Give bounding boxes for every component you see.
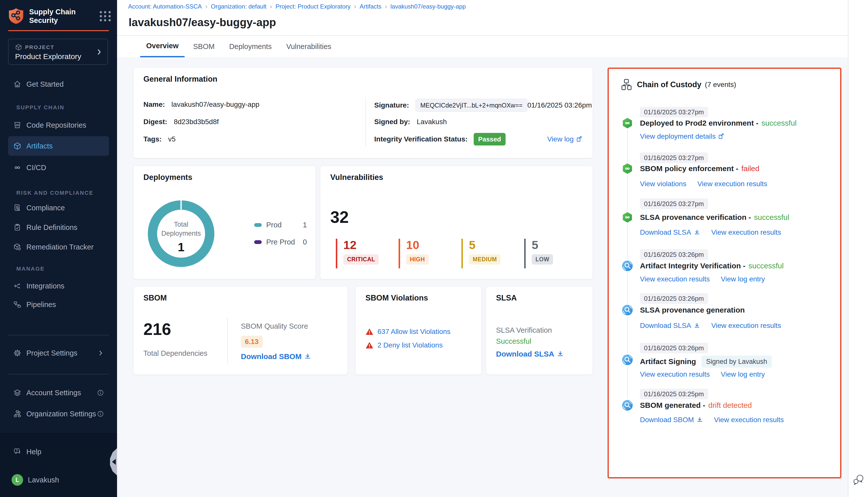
app-logo-shield-icon: [8, 8, 24, 24]
status-badge-passed: Passed: [474, 133, 506, 145]
tags-label: Tags:: [143, 135, 162, 143]
ssca-scan-icon: [622, 260, 633, 272]
sidebar-item-integrations[interactable]: Integrations: [8, 278, 109, 294]
view-deployment-details-link[interactable]: View deployment details: [640, 132, 725, 141]
artifact-digest: 8d23bd3b5d8f: [174, 117, 219, 126]
download-slsa-link[interactable]: Download SLSA: [640, 228, 700, 237]
event-timestamp: 01/16/2025 03:26pm: [640, 249, 708, 260]
view-execution-results-link[interactable]: View execution results: [697, 180, 767, 188]
view-log-entry-link[interactable]: View log entry: [721, 275, 765, 283]
event-title: SBOM generated - drift detected: [640, 401, 752, 410]
sidebar-item-help[interactable]: ? Help: [8, 444, 109, 460]
compliance-document-icon: [13, 204, 21, 212]
cd-hexagon-icon: [622, 163, 633, 174]
integrations-icon: [13, 282, 21, 290]
sidebar: Supply Chain Security PROJECT Product Ex…: [0, 0, 117, 497]
download-sbom-link[interactable]: Download SBOM: [241, 352, 311, 361]
sidebar-item-cicd[interactable]: CI/CD: [8, 159, 109, 176]
sidebar-item-compliance[interactable]: Compliance: [8, 200, 109, 216]
sidebar-item-rule-definitions[interactable]: Rule Definitions: [8, 219, 109, 236]
breadcrumb-separator: ›: [385, 3, 387, 10]
breadcrumb-artifacts[interactable]: Artifacts: [360, 3, 381, 10]
warning-triangle-icon: [365, 328, 374, 336]
signature-value-chip: MEQCICde2VjIT...bL+2+mqnOXw==: [416, 99, 527, 112]
pre-prod-swatch: [254, 240, 262, 244]
vulnerabilities-total: 32: [330, 208, 349, 227]
page-header: Account: Automation-SSCA › Organization:…: [117, 0, 848, 57]
signature-label: Signature:: [374, 101, 409, 110]
download-icon: [694, 229, 700, 236]
view-execution-results-link[interactable]: View execution results: [640, 275, 710, 283]
page-title: lavakush07/easy-buggy-app: [129, 16, 276, 29]
tab-sbom[interactable]: SBOM: [187, 36, 220, 57]
event-title: Artifact Integrity Verification - succes…: [640, 261, 784, 270]
download-icon: [696, 416, 703, 423]
view-execution-results-link[interactable]: View execution results: [711, 321, 781, 330]
sidebar-section-supply-chain: SUPPLY CHAIN: [16, 104, 64, 111]
sidebar-item-get-started[interactable]: Get Started: [8, 76, 109, 92]
chevron-right-icon: [98, 350, 104, 356]
signed-by-badge: Signed by Lavakush: [701, 356, 771, 368]
deny-list-violations-link[interactable]: 2 Deny list Violations: [377, 341, 443, 349]
breadcrumb-current[interactable]: lavakush07/easy-buggy-app: [390, 3, 466, 10]
event-timestamp: 01/16/2025 03:27pm: [640, 107, 708, 117]
name-label: Name:: [143, 100, 165, 109]
sbom-total-label: Total Dependencies: [143, 349, 207, 357]
view-execution-results-link[interactable]: View execution results: [640, 370, 710, 379]
sidebar-item-project-settings[interactable]: Project Settings: [8, 345, 109, 361]
view-violations-link[interactable]: View violations: [640, 180, 686, 188]
support-chat-icon[interactable]: [852, 474, 865, 486]
download-sbom-link[interactable]: Download SBOM: [640, 416, 703, 424]
download-icon: [694, 322, 700, 329]
view-execution-results-link[interactable]: View execution results: [711, 228, 781, 237]
download-slsa-link[interactable]: Download SLSA: [640, 321, 700, 330]
clipboard-check-icon: [13, 223, 21, 231]
chain-of-custody-panel: Chain of Custody (7 events) 01/16/2025 0…: [608, 68, 841, 479]
card-title: SLSA: [496, 294, 517, 302]
legend-item-pre-prod: Pre Prod 0: [254, 237, 307, 247]
right-rail: [848, 0, 868, 497]
card-divider: [365, 97, 366, 146]
timeline-connector: [627, 367, 628, 398]
user-menu[interactable]: L Lavakush: [8, 472, 109, 488]
project-name: Product Exploratory: [15, 52, 81, 61]
sbom-violations-card: SBOM Violations 637 Allow list Violation…: [356, 286, 481, 375]
sidebar-section-manage: MANAGE: [16, 266, 45, 272]
breadcrumb-separator: ›: [354, 3, 356, 10]
sidebar-item-pipelines[interactable]: Pipelines: [8, 297, 109, 313]
tab-deployments[interactable]: Deployments: [223, 36, 277, 57]
sidebar-item-remediation-tracker[interactable]: Remediation Tracker: [8, 239, 109, 255]
sidebar-footer: ? Help L Lavakush: [0, 433, 117, 497]
sidebar-item-artifacts[interactable]: Artifacts: [8, 136, 109, 156]
layers-gear-icon: [13, 389, 21, 397]
sidebar-section-risk-compliance: RISK AND COMPLIANCE: [16, 190, 93, 196]
infinity-icon: [13, 163, 21, 172]
breadcrumb-account[interactable]: Account: Automation-SSCA: [128, 3, 202, 10]
view-log-entry-link[interactable]: View log entry: [721, 370, 765, 379]
tab-overview[interactable]: Overview: [140, 36, 185, 57]
sidebar-item-organization-settings[interactable]: Organization Settings: [8, 406, 109, 422]
card-title: Vulnerabilities: [330, 173, 383, 182]
home-icon: [13, 80, 21, 88]
chevron-right-icon: [96, 48, 103, 56]
general-information-card: General Information Name: lavakush07/eas…: [133, 68, 593, 158]
module-grid-icon[interactable]: [100, 10, 111, 22]
breadcrumb-organization[interactable]: Organization: default: [211, 3, 266, 10]
allow-list-violations-link[interactable]: 637 Allow list Violations: [377, 328, 451, 336]
card-title: SBOM Violations: [365, 294, 428, 302]
slsa-verification-status: Successful: [496, 337, 531, 345]
sidebar-item-code-repositories[interactable]: Code Repositories: [8, 117, 109, 133]
breadcrumb-project[interactable]: Project: Product Exploratory: [276, 3, 351, 10]
tab-vulnerabilities[interactable]: Vulnerabilities: [280, 36, 337, 57]
sidebar-item-account-settings[interactable]: Account Settings: [8, 385, 109, 401]
severity-low: 5 LOW: [524, 239, 553, 268]
download-slsa-link[interactable]: Download SLSA: [496, 350, 564, 358]
project-selector[interactable]: PROJECT Product Exploratory: [8, 39, 108, 65]
severity-high: 10 HIGH: [399, 239, 429, 268]
event-timestamp: 01/16/2025 03:26pm: [640, 343, 708, 353]
help-icon: ?: [13, 448, 21, 456]
events-count: (7 events): [705, 81, 736, 89]
view-log-link[interactable]: View log: [547, 135, 583, 143]
event-title: Artifact Signing Signed by Lavakush: [640, 356, 772, 368]
view-execution-results-link[interactable]: View execution results: [714, 416, 784, 424]
